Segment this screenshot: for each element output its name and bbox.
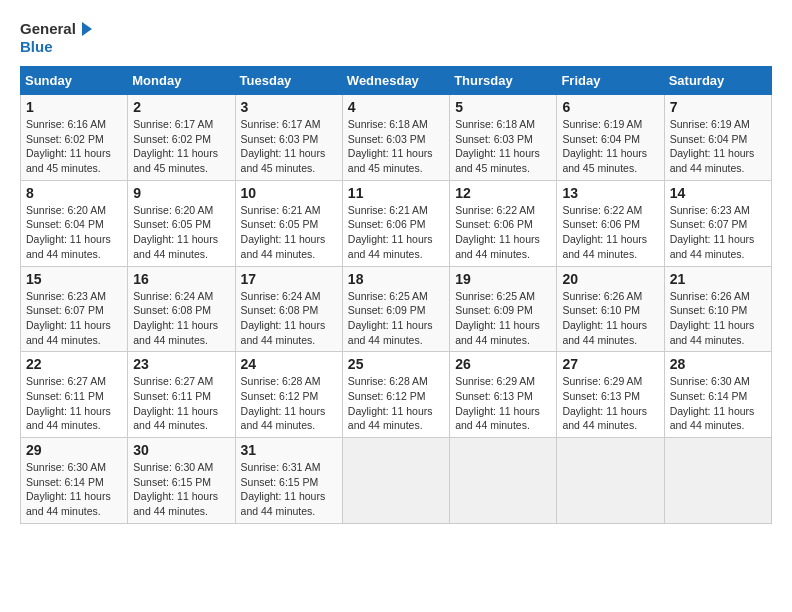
- calendar-cell: 26Sunrise: 6:29 AM Sunset: 6:13 PM Dayli…: [450, 352, 557, 438]
- day-number: 21: [670, 271, 766, 287]
- day-info: Sunrise: 6:24 AM Sunset: 6:08 PM Dayligh…: [241, 289, 337, 348]
- day-info: Sunrise: 6:28 AM Sunset: 6:12 PM Dayligh…: [241, 374, 337, 433]
- weekday-header: Friday: [557, 67, 664, 95]
- day-number: 28: [670, 356, 766, 372]
- calendar-cell: 2Sunrise: 6:17 AM Sunset: 6:02 PM Daylig…: [128, 95, 235, 181]
- calendar-cell: 9Sunrise: 6:20 AM Sunset: 6:05 PM Daylig…: [128, 180, 235, 266]
- day-info: Sunrise: 6:26 AM Sunset: 6:10 PM Dayligh…: [670, 289, 766, 348]
- logo-arrow-icon: [78, 20, 96, 38]
- calendar-cell: 24Sunrise: 6:28 AM Sunset: 6:12 PM Dayli…: [235, 352, 342, 438]
- calendar-cell: [450, 438, 557, 524]
- day-info: Sunrise: 6:24 AM Sunset: 6:08 PM Dayligh…: [133, 289, 229, 348]
- day-info: Sunrise: 6:28 AM Sunset: 6:12 PM Dayligh…: [348, 374, 444, 433]
- day-info: Sunrise: 6:22 AM Sunset: 6:06 PM Dayligh…: [562, 203, 658, 262]
- calendar-cell: 12Sunrise: 6:22 AM Sunset: 6:06 PM Dayli…: [450, 180, 557, 266]
- calendar-cell: 17Sunrise: 6:24 AM Sunset: 6:08 PM Dayli…: [235, 266, 342, 352]
- calendar-week-row: 1Sunrise: 6:16 AM Sunset: 6:02 PM Daylig…: [21, 95, 772, 181]
- svg-marker-0: [82, 22, 92, 36]
- day-number: 6: [562, 99, 658, 115]
- day-number: 16: [133, 271, 229, 287]
- day-info: Sunrise: 6:30 AM Sunset: 6:15 PM Dayligh…: [133, 460, 229, 519]
- day-number: 29: [26, 442, 122, 458]
- day-number: 30: [133, 442, 229, 458]
- day-info: Sunrise: 6:17 AM Sunset: 6:02 PM Dayligh…: [133, 117, 229, 176]
- day-info: Sunrise: 6:21 AM Sunset: 6:06 PM Dayligh…: [348, 203, 444, 262]
- day-number: 5: [455, 99, 551, 115]
- weekday-header: Wednesday: [342, 67, 449, 95]
- calendar-cell: [557, 438, 664, 524]
- day-number: 2: [133, 99, 229, 115]
- day-number: 31: [241, 442, 337, 458]
- day-info: Sunrise: 6:29 AM Sunset: 6:13 PM Dayligh…: [455, 374, 551, 433]
- calendar-cell: 27Sunrise: 6:29 AM Sunset: 6:13 PM Dayli…: [557, 352, 664, 438]
- day-info: Sunrise: 6:20 AM Sunset: 6:04 PM Dayligh…: [26, 203, 122, 262]
- calendar-cell: 10Sunrise: 6:21 AM Sunset: 6:05 PM Dayli…: [235, 180, 342, 266]
- weekday-header: Monday: [128, 67, 235, 95]
- calendar-week-row: 15Sunrise: 6:23 AM Sunset: 6:07 PM Dayli…: [21, 266, 772, 352]
- day-number: 20: [562, 271, 658, 287]
- day-info: Sunrise: 6:23 AM Sunset: 6:07 PM Dayligh…: [670, 203, 766, 262]
- day-info: Sunrise: 6:18 AM Sunset: 6:03 PM Dayligh…: [348, 117, 444, 176]
- day-info: Sunrise: 6:27 AM Sunset: 6:11 PM Dayligh…: [26, 374, 122, 433]
- calendar-cell: 3Sunrise: 6:17 AM Sunset: 6:03 PM Daylig…: [235, 95, 342, 181]
- weekday-header-row: SundayMondayTuesdayWednesdayThursdayFrid…: [21, 67, 772, 95]
- day-number: 14: [670, 185, 766, 201]
- day-info: Sunrise: 6:17 AM Sunset: 6:03 PM Dayligh…: [241, 117, 337, 176]
- day-info: Sunrise: 6:30 AM Sunset: 6:14 PM Dayligh…: [670, 374, 766, 433]
- day-number: 19: [455, 271, 551, 287]
- calendar-cell: 29Sunrise: 6:30 AM Sunset: 6:14 PM Dayli…: [21, 438, 128, 524]
- calendar-cell: 14Sunrise: 6:23 AM Sunset: 6:07 PM Dayli…: [664, 180, 771, 266]
- day-number: 22: [26, 356, 122, 372]
- calendar-cell: 31Sunrise: 6:31 AM Sunset: 6:15 PM Dayli…: [235, 438, 342, 524]
- calendar-cell: 16Sunrise: 6:24 AM Sunset: 6:08 PM Dayli…: [128, 266, 235, 352]
- day-info: Sunrise: 6:30 AM Sunset: 6:14 PM Dayligh…: [26, 460, 122, 519]
- calendar-cell: [664, 438, 771, 524]
- day-info: Sunrise: 6:19 AM Sunset: 6:04 PM Dayligh…: [670, 117, 766, 176]
- day-number: 3: [241, 99, 337, 115]
- weekday-header: Tuesday: [235, 67, 342, 95]
- day-number: 10: [241, 185, 337, 201]
- logo-text: General Blue: [20, 20, 96, 56]
- day-number: 18: [348, 271, 444, 287]
- calendar-cell: 15Sunrise: 6:23 AM Sunset: 6:07 PM Dayli…: [21, 266, 128, 352]
- logo: General Blue: [20, 20, 96, 56]
- weekday-header: Saturday: [664, 67, 771, 95]
- day-number: 27: [562, 356, 658, 372]
- weekday-header: Sunday: [21, 67, 128, 95]
- calendar-cell: 6Sunrise: 6:19 AM Sunset: 6:04 PM Daylig…: [557, 95, 664, 181]
- day-info: Sunrise: 6:22 AM Sunset: 6:06 PM Dayligh…: [455, 203, 551, 262]
- day-info: Sunrise: 6:25 AM Sunset: 6:09 PM Dayligh…: [348, 289, 444, 348]
- day-info: Sunrise: 6:23 AM Sunset: 6:07 PM Dayligh…: [26, 289, 122, 348]
- logo-general: General: [20, 20, 76, 38]
- day-number: 24: [241, 356, 337, 372]
- day-number: 26: [455, 356, 551, 372]
- day-info: Sunrise: 6:19 AM Sunset: 6:04 PM Dayligh…: [562, 117, 658, 176]
- calendar-cell: 19Sunrise: 6:25 AM Sunset: 6:09 PM Dayli…: [450, 266, 557, 352]
- day-info: Sunrise: 6:27 AM Sunset: 6:11 PM Dayligh…: [133, 374, 229, 433]
- calendar-cell: [342, 438, 449, 524]
- day-number: 9: [133, 185, 229, 201]
- calendar-cell: 13Sunrise: 6:22 AM Sunset: 6:06 PM Dayli…: [557, 180, 664, 266]
- calendar-cell: 18Sunrise: 6:25 AM Sunset: 6:09 PM Dayli…: [342, 266, 449, 352]
- calendar-cell: 20Sunrise: 6:26 AM Sunset: 6:10 PM Dayli…: [557, 266, 664, 352]
- day-info: Sunrise: 6:29 AM Sunset: 6:13 PM Dayligh…: [562, 374, 658, 433]
- calendar-cell: 21Sunrise: 6:26 AM Sunset: 6:10 PM Dayli…: [664, 266, 771, 352]
- day-number: 7: [670, 99, 766, 115]
- calendar-cell: 8Sunrise: 6:20 AM Sunset: 6:04 PM Daylig…: [21, 180, 128, 266]
- calendar-week-row: 29Sunrise: 6:30 AM Sunset: 6:14 PM Dayli…: [21, 438, 772, 524]
- logo-blue: Blue: [20, 38, 96, 56]
- calendar-cell: 28Sunrise: 6:30 AM Sunset: 6:14 PM Dayli…: [664, 352, 771, 438]
- day-info: Sunrise: 6:20 AM Sunset: 6:05 PM Dayligh…: [133, 203, 229, 262]
- day-number: 23: [133, 356, 229, 372]
- calendar-cell: 30Sunrise: 6:30 AM Sunset: 6:15 PM Dayli…: [128, 438, 235, 524]
- day-info: Sunrise: 6:21 AM Sunset: 6:05 PM Dayligh…: [241, 203, 337, 262]
- weekday-header: Thursday: [450, 67, 557, 95]
- page-header: General Blue: [20, 20, 772, 56]
- day-info: Sunrise: 6:26 AM Sunset: 6:10 PM Dayligh…: [562, 289, 658, 348]
- day-info: Sunrise: 6:18 AM Sunset: 6:03 PM Dayligh…: [455, 117, 551, 176]
- calendar-cell: 25Sunrise: 6:28 AM Sunset: 6:12 PM Dayli…: [342, 352, 449, 438]
- calendar-cell: 23Sunrise: 6:27 AM Sunset: 6:11 PM Dayli…: [128, 352, 235, 438]
- day-number: 15: [26, 271, 122, 287]
- day-info: Sunrise: 6:16 AM Sunset: 6:02 PM Dayligh…: [26, 117, 122, 176]
- calendar-cell: 1Sunrise: 6:16 AM Sunset: 6:02 PM Daylig…: [21, 95, 128, 181]
